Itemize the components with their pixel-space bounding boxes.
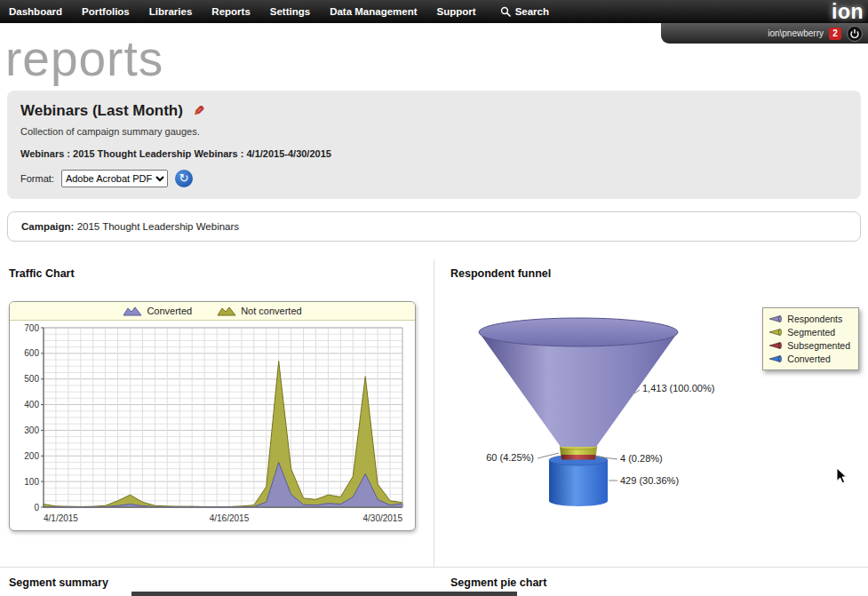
report-description: Collection of campaign summary gauges.	[20, 126, 848, 137]
charts-row: Traffic Chart ConvertedNot converted 010…	[0, 259, 868, 568]
svg-text:400: 400	[24, 400, 39, 409]
funnel-label-segmented: 60 (4.25%)	[474, 452, 534, 463]
funnel-label-respondents: 1,413 (100.00%)	[642, 383, 714, 393]
nav-item-dashboard[interactable]: Dashboard	[7, 6, 72, 17]
svg-text:0: 0	[34, 503, 39, 513]
breadcrumb: Webinars : 2015 Thought Leadership Webin…	[20, 148, 848, 159]
svg-text:100: 100	[24, 477, 39, 487]
campaign-value: 2015 Thought Leadership Webinars	[77, 221, 239, 232]
run-report-button[interactable]: ↻	[175, 170, 193, 187]
nav-item-reports[interactable]: Reports	[202, 6, 259, 17]
nav-item-settings[interactable]: Settings	[260, 6, 320, 17]
format-row: Format: Adobe Acrobat PDF ↻	[20, 170, 848, 187]
funnel-swatch-icon	[768, 314, 783, 323]
bottom-sections-row: Segment summary Segment pie chart	[0, 568, 868, 589]
segment-summary-section: Segment summary	[0, 568, 434, 589]
svg-text:4/1/2015: 4/1/2015	[44, 513, 78, 523]
svg-text:700: 700	[24, 323, 39, 333]
legend-item-not-converted: Not converted	[217, 306, 301, 316]
run-icon: ↻	[179, 171, 188, 185]
nav-item-data-management[interactable]: Data Management	[320, 6, 426, 17]
funnel-swatch-icon	[768, 328, 783, 337]
funnel-legend-item-subsegmented: Subsegmented	[768, 340, 850, 351]
traffic-legend: ConvertedNot converted	[10, 302, 415, 321]
nav-item-portfolios[interactable]: Portfolios	[72, 6, 139, 17]
format-label: Format:	[20, 173, 54, 184]
legend-label: Converted	[147, 306, 192, 316]
legend-label: Not converted	[241, 306, 301, 316]
report-header-panel: Webinars (Last Month) ✎ Collection of ca…	[7, 91, 861, 199]
traffic-chart-box: ConvertedNot converted 01002003004005006…	[9, 301, 416, 531]
segment-pie-section: Segment pie chart	[434, 568, 868, 589]
svg-text:4/16/2015: 4/16/2015	[210, 513, 250, 523]
logout-button[interactable]	[847, 26, 863, 42]
funnel-legend: RespondentsSegmentedSubsegmentedConverte…	[762, 307, 859, 370]
report-title-row: Webinars (Last Month) ✎	[20, 102, 848, 120]
traffic-chart-title: Traffic Chart	[9, 267, 434, 280]
campaign-bar: Campaign: 2015 Thought Leadership Webina…	[7, 211, 861, 242]
notification-badge[interactable]: 2	[829, 28, 841, 40]
segment-summary-title: Segment summary	[9, 576, 434, 589]
user-bar: ion\pnewberry 2	[661, 23, 868, 44]
funnel-label-converted: 429 (30.36%)	[620, 475, 679, 486]
nav-item-libraries[interactable]: Libraries	[139, 6, 203, 17]
funnel-swatch-icon	[768, 341, 783, 350]
funnel-swatch-icon	[768, 354, 783, 363]
funnel-legend-item-segmented: Segmented	[768, 327, 850, 338]
traffic-chart-plot: 01002003004005006007004/1/20154/16/20154…	[10, 321, 408, 527]
svg-text:4/30/2015: 4/30/2015	[363, 513, 403, 523]
funnel-legend-label: Segmented	[787, 327, 835, 338]
funnel-legend-item-converted: Converted	[768, 354, 850, 364]
campaign-label: Campaign:	[21, 221, 74, 232]
funnel-legend-label: Converted	[787, 354, 830, 364]
funnel-section: Respondent funnel	[434, 259, 868, 567]
format-select[interactable]: Adobe Acrobat PDF	[61, 170, 168, 187]
funnel-label-subsegmented: 4 (0.28%)	[620, 453, 663, 464]
edit-pencil-icon[interactable]: ✎	[194, 103, 205, 119]
report-title: Webinars (Last Month)	[20, 102, 183, 119]
svg-text:300: 300	[24, 425, 39, 435]
partial-element-edge	[131, 592, 517, 596]
nav-items: DashboardPortfoliosLibrariesReportsSetti…	[7, 6, 486, 17]
funnel-title: Respondent funnel	[450, 267, 868, 280]
svg-text:500: 500	[24, 374, 39, 384]
segment-pie-title: Segment pie chart	[450, 576, 868, 589]
area-swatch-icon	[217, 306, 236, 316]
area-swatch-icon	[123, 306, 142, 316]
username-label: ion\pnewberry	[768, 28, 824, 38]
funnel-legend-label: Subsegmented	[787, 340, 850, 351]
nav-item-search[interactable]: Search	[486, 6, 549, 18]
power-icon	[849, 28, 860, 39]
traffic-chart-section: Traffic Chart ConvertedNot converted 010…	[0, 259, 434, 567]
search-icon	[500, 6, 512, 18]
funnel-legend-item-respondents: Respondents	[768, 314, 850, 324]
brand-logo[interactable]: ion	[832, 0, 864, 23]
svg-text:200: 200	[24, 451, 39, 461]
nav-search-label: Search	[515, 6, 549, 17]
funnel-legend-label: Respondents	[787, 314, 842, 324]
top-nav: DashboardPortfoliosLibrariesReportsSetti…	[0, 0, 868, 23]
legend-item-converted: Converted	[123, 306, 192, 316]
svg-text:600: 600	[24, 348, 39, 358]
nav-item-support[interactable]: Support	[427, 6, 486, 17]
